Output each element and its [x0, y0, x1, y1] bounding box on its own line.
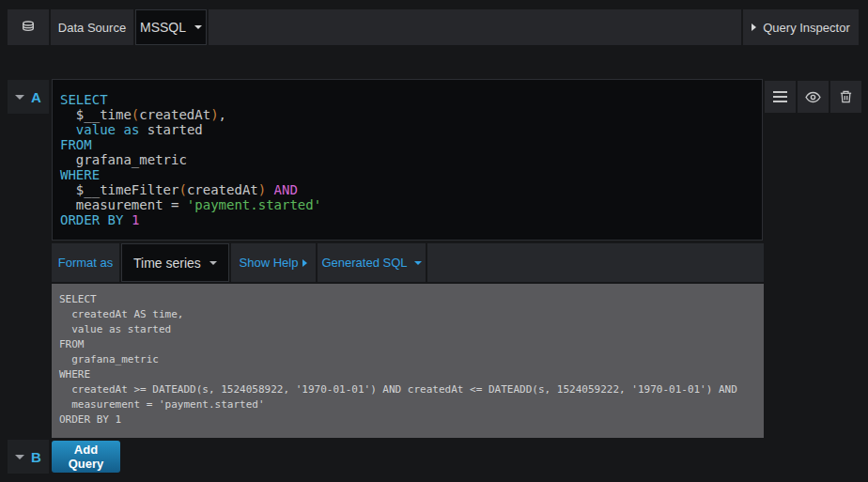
- collapse-arrow-icon: [15, 95, 24, 100]
- query-a-collapse-toggle[interactable]: A: [8, 80, 49, 114]
- menu-icon: [773, 91, 787, 102]
- database-icon: [21, 20, 36, 35]
- triangle-right-icon: [302, 259, 307, 267]
- chevron-down-icon: [194, 25, 202, 29]
- collapse-arrow-icon: [15, 455, 24, 459]
- generated-sql-preview: SELECT createdAt AS time, value as start…: [52, 284, 764, 438]
- query-inspector-button[interactable]: Query Inspector: [743, 9, 859, 45]
- format-as-selected-value: Time series: [133, 256, 201, 271]
- query-b-letter: B: [31, 449, 41, 465]
- toolbar-spacer: [427, 243, 764, 282]
- query-b-collapse-toggle[interactable]: B: [8, 440, 49, 474]
- chevron-down-icon: [414, 261, 422, 265]
- query-delete-button[interactable]: [830, 81, 861, 113]
- datasource-label-text: Data Source: [58, 21, 126, 35]
- show-help-label: Show Help: [240, 256, 299, 270]
- datasource-label: Data Source: [51, 9, 133, 45]
- datasource-selected-value: MSSQL: [140, 20, 186, 35]
- generated-sql-text: SELECT createdAt AS time, value as start…: [59, 292, 756, 428]
- query-toggle-visibility-button[interactable]: [798, 81, 829, 113]
- datasource-select[interactable]: MSSQL: [135, 9, 207, 45]
- datasource-icon-panel: [8, 9, 49, 45]
- chevron-down-icon: [209, 261, 217, 265]
- eye-icon: [805, 89, 821, 105]
- show-help-button[interactable]: Show Help: [231, 243, 316, 282]
- generated-sql-label: Generated SQL: [321, 256, 407, 270]
- add-query-button[interactable]: Add Query: [52, 441, 120, 473]
- format-as-label: Format as: [52, 243, 119, 282]
- query-a-letter: A: [31, 89, 41, 105]
- query-inspector-label: Query Inspector: [763, 21, 850, 35]
- generated-sql-button[interactable]: Generated SQL: [318, 243, 426, 282]
- trash-icon: [839, 89, 853, 104]
- format-as-label-text: Format as: [58, 256, 114, 270]
- triangle-right-icon: [752, 23, 756, 31]
- topbar-spacer: [209, 9, 741, 45]
- query-menu-button[interactable]: [765, 81, 796, 113]
- format-as-select[interactable]: Time series: [121, 243, 229, 282]
- sql-query-editor[interactable]: SELECT $__time(createdAt), value as star…: [52, 79, 763, 241]
